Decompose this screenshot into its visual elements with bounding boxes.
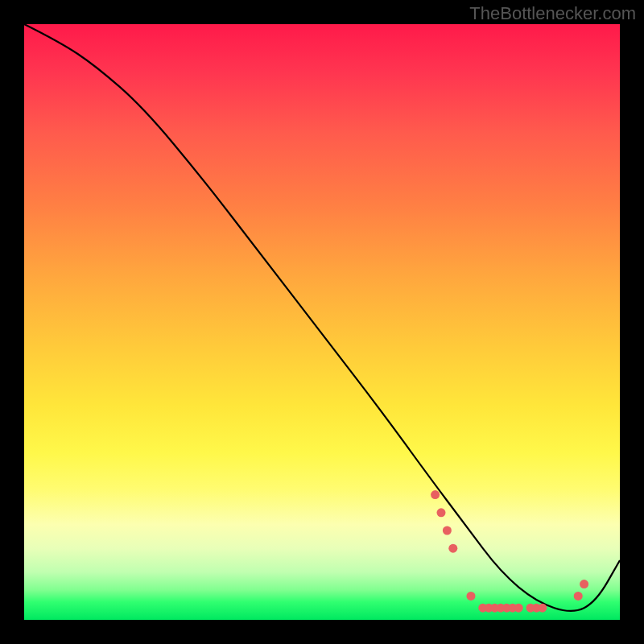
watermark-text: TheBottlenecker.com — [469, 3, 636, 24]
marker-group — [431, 490, 588, 613]
chart-svg — [24, 24, 620, 620]
marker-dot — [437, 508, 446, 517]
marker-dot — [448, 544, 457, 553]
marker-dot — [574, 592, 583, 601]
curve-line — [24, 24, 620, 611]
marker-dot — [514, 604, 523, 613]
marker-dot — [443, 526, 452, 535]
marker-dot — [431, 490, 440, 499]
marker-dot — [467, 592, 476, 601]
plot-area — [24, 24, 620, 620]
marker-dot — [580, 580, 588, 588]
marker-dot — [538, 604, 547, 613]
